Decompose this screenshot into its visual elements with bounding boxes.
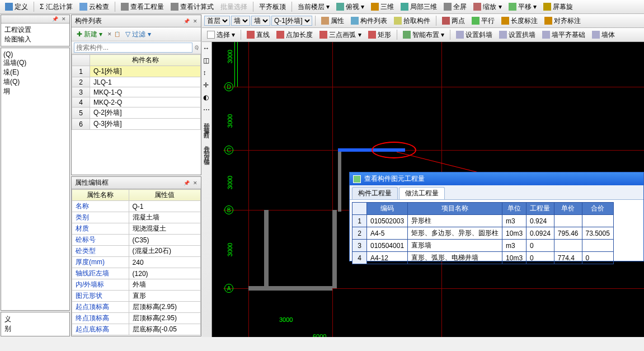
tree-item[interactable]: 墙(Q) <box>3 77 67 87</box>
v-icon[interactable]: ↔ <box>203 44 211 52</box>
prop-name: 厚度(mm) <box>72 257 129 268</box>
sum-calc-button[interactable]: Σ 汇总计算 <box>37 1 76 12</box>
level-slab-button[interactable]: 平齐板顶 <box>256 1 289 12</box>
v-icon[interactable]: ↕ <box>203 69 211 77</box>
tab-component-qty[interactable]: 构件工程量 <box>352 187 398 199</box>
v-icon[interactable]: ◐ <box>203 93 211 101</box>
slope-wall-button[interactable]: 设置斜墙 <box>453 29 495 40</box>
v-icon[interactable]: ⋯ <box>203 106 211 114</box>
v-icon[interactable]: ◫ <box>203 57 211 64</box>
align-dim-button[interactable]: 对齐标注 <box>542 15 584 26</box>
view-formula-button[interactable]: 查看计算式 <box>168 1 217 12</box>
prop-value[interactable]: 层底标高(-0.05 <box>129 324 200 335</box>
define-button[interactable]: 定义 <box>2 1 31 12</box>
search-input[interactable] <box>74 43 192 53</box>
qty-cell: 10m3 <box>502 252 527 264</box>
tree-item[interactable]: (Q) <box>3 50 67 58</box>
pin-icon[interactable]: 📌 <box>184 18 190 24</box>
tree-item[interactable]: 温墙(Q) <box>3 58 67 68</box>
type1-select[interactable]: 墙 <box>231 16 250 26</box>
tree-leaf[interactable]: 义 <box>4 315 66 324</box>
property-panel-title: 属性编辑框 <box>75 178 109 188</box>
table-row[interactable]: JLQ-1 <box>90 77 201 87</box>
3d-button[interactable]: 三维 <box>368 1 397 12</box>
table-row[interactable]: MKQ-1-Q <box>90 87 201 97</box>
context-toolbar-2: 选择 ▾ 直线 点加长度 三点画弧 ▾ 矩形 智能布置 ▾ 设置斜墙 设置拱墙 … <box>202 28 644 42</box>
view-qty-button[interactable]: 查看工程量 <box>118 1 167 12</box>
table-row[interactable]: Q-3[外墙] <box>90 119 201 130</box>
qty-rownum: 4 <box>352 252 367 264</box>
smart-arrange-button[interactable]: 智能布置 ▾ <box>400 29 447 40</box>
qty-col-header: 工程量 <box>527 203 554 215</box>
floor-select[interactable]: 首层 <box>204 16 230 26</box>
pan-button[interactable]: 平移 ▾ <box>506 1 539 12</box>
prop-name: 材质 <box>72 223 129 235</box>
tab-method-qty[interactable]: 做法工程量 <box>399 187 445 199</box>
table-row[interactable]: Q-2[外墙] <box>90 107 201 119</box>
prop-name: 起点底标高 <box>72 324 129 335</box>
pick-button[interactable]: 拾取构件 <box>391 15 433 26</box>
local-3d-button[interactable]: 局部三维 <box>398 1 440 12</box>
cloud-check-button[interactable]: 云检查 <box>77 1 112 12</box>
qty-cell: 73.5005 <box>582 227 613 240</box>
prop-value[interactable]: 外墙 <box>129 279 200 291</box>
current-floor-button[interactable]: 当前楼层 ▾ <box>295 1 332 12</box>
prop-value[interactable]: (混凝土20石) <box>129 246 200 257</box>
table-row[interactable]: Q-1[外墙] <box>90 66 201 77</box>
prop-value[interactable]: 240 <box>129 257 200 268</box>
dim-label: 3000 <box>279 316 293 323</box>
prop-value[interactable]: Q-1 <box>129 201 200 212</box>
tree-item[interactable]: 垛(E) <box>3 68 67 77</box>
prop-value[interactable]: 层顶标高(2.95) <box>129 302 200 313</box>
v-break-button[interactable]: 打断 ▾ <box>203 127 211 136</box>
delete-icon[interactable]: ✕ <box>107 31 112 37</box>
prop-value[interactable]: (120) <box>129 268 200 279</box>
prop-value[interactable]: 现浇混凝土 <box>129 223 200 235</box>
property-button[interactable]: 属性 <box>318 15 347 26</box>
top-view-button[interactable]: 俯视 ▾ <box>333 1 367 12</box>
axis-bubble: A <box>224 284 233 293</box>
close-icon[interactable]: ✕ <box>193 180 198 186</box>
rect-button[interactable]: 矩形 <box>365 29 394 40</box>
close-icon[interactable]: ✕ <box>62 16 66 22</box>
qty-cell: A4-5 <box>367 227 408 240</box>
point-length-button[interactable]: 点加长度 <box>274 29 316 40</box>
v-icon[interactable]: ✛ <box>203 81 211 89</box>
copy-icon[interactable]: 📋 <box>114 31 120 37</box>
popup-titlebar[interactable]: 查看构件图元工程量 <box>350 172 643 185</box>
prop-value[interactable]: 混凝土墙 <box>129 212 200 223</box>
tree-leaf[interactable]: 别 <box>4 324 66 334</box>
qty-col-header: 项目名称 <box>408 203 502 215</box>
two-point-button[interactable]: 两点 <box>439 15 468 26</box>
filter-button[interactable]: ▽ 过滤 ▾ <box>123 29 153 40</box>
close-icon[interactable]: ✕ <box>193 18 198 24</box>
search-clear-icon[interactable]: ℚ <box>195 45 199 50</box>
batch-select-button[interactable]: 批量选择 <box>218 1 250 12</box>
quantity-popup: 查看构件图元工程量 构件工程量 做法工程量 编码项目名称单位工程量单价合价 10… <box>349 172 644 261</box>
tree-item[interactable]: 垌 <box>3 87 67 96</box>
length-dim-button[interactable]: 长度标注 <box>499 15 540 26</box>
table-row[interactable]: MKQ-2-Q <box>90 97 201 107</box>
arch-wall-button[interactable]: 设置拱墙 <box>496 29 538 40</box>
arc-button[interactable]: 三点画弧 ▾ <box>317 29 364 40</box>
fullscreen-button[interactable]: 全屏 <box>441 1 469 12</box>
select-button[interactable]: 选择 ▾ <box>204 29 238 40</box>
axis-bubble: C <box>224 146 233 155</box>
pin-icon[interactable]: 📌 <box>184 180 190 186</box>
screen-rotate-button[interactable]: 屏幕旋 <box>540 1 576 12</box>
wall-level-base-button[interactable]: 墙平齐基础 <box>539 29 588 40</box>
pin-icon[interactable]: 📌 <box>52 16 58 22</box>
new-button[interactable]: ✚ 新建 ▾ <box>74 29 105 40</box>
component-select[interactable]: Q-1[外墙] <box>271 16 312 26</box>
prop-value[interactable]: 直形 <box>129 291 200 302</box>
component-list-title: 构件列表 <box>75 16 102 26</box>
prop-value[interactable]: (C35) <box>129 235 200 246</box>
prop-value[interactable]: 层顶标高(2.95) <box>129 313 200 324</box>
wall-body-button[interactable]: 墙体 <box>589 29 618 40</box>
parallel-button[interactable]: 平行 <box>469 15 497 26</box>
component-list-button[interactable]: 构件列表 <box>348 15 390 26</box>
zoom-button[interactable]: 缩放 ▾ <box>471 1 504 12</box>
type2-select[interactable]: 墙 <box>251 16 270 26</box>
line-button[interactable]: 直线 <box>244 29 272 40</box>
qty-cell: 直形、弧形、电梯井墙 <box>408 252 502 264</box>
